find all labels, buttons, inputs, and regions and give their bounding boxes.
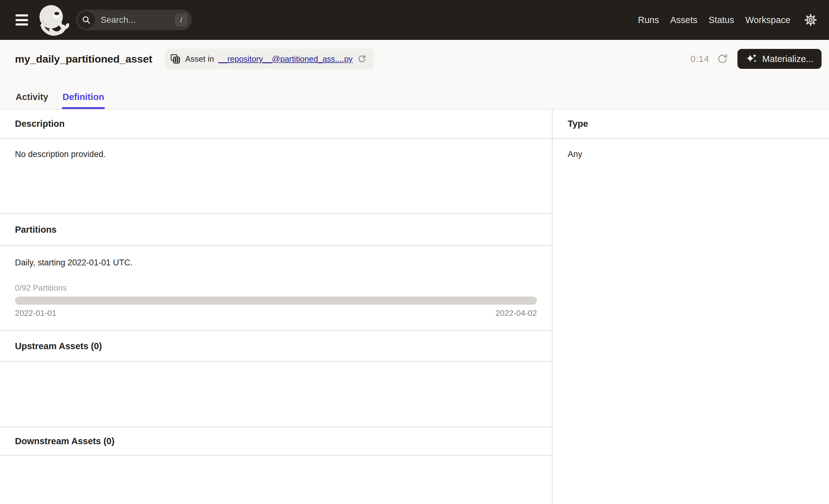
description-section-body: No description provided.: [0, 139, 552, 214]
refresh-icon: [716, 52, 729, 65]
refresh-button[interactable]: [716, 52, 729, 65]
partitions-title: Partitions: [15, 225, 57, 235]
top-navigation-bar: / Runs Assets Status Workspace: [0, 0, 829, 40]
upstream-assets-title: Upstream Assets (0): [15, 341, 102, 351]
sparkle-icon: [746, 52, 758, 65]
reload-repository-button[interactable]: [357, 54, 367, 64]
upstream-assets-section-body: [0, 362, 552, 427]
partitions-date-range: 2022-01-01 2022-04-02: [15, 309, 537, 318]
nav-item-status[interactable]: Status: [709, 15, 734, 25]
type-title: Type: [568, 119, 588, 129]
tab-activity[interactable]: Activity: [15, 92, 49, 109]
description-title: Description: [15, 119, 65, 129]
nav-item-workspace[interactable]: Workspace: [745, 15, 790, 25]
partitions-section-header: Partitions: [0, 214, 552, 246]
materialize-button[interactable]: Materialize...: [737, 49, 822, 69]
page-title: my_daily_partitioned_asset: [15, 53, 152, 65]
definition-right-column: Type Any: [553, 110, 829, 503]
search-icon: [77, 11, 95, 29]
partitions-progress-bar: [15, 296, 537, 304]
definition-left-column: Description No description provided. Par…: [0, 110, 553, 503]
nav-item-runs[interactable]: Runs: [638, 15, 659, 25]
reload-icon: [357, 54, 367, 64]
refresh-countdown: 0:14: [690, 54, 709, 64]
type-section-header: Type: [553, 110, 829, 139]
downstream-assets-section-header: Downstream Assets (0): [0, 427, 552, 456]
search-field[interactable]: [101, 15, 175, 25]
description-text: No description provided.: [15, 149, 537, 159]
partitions-summary: Daily, starting 2022-01-01 UTC.: [15, 258, 537, 267]
asset-tag-prefix: Asset in: [185, 54, 214, 64]
asset-location-tag: Asset in __repository__@partitioned_ass.…: [165, 48, 374, 69]
page-header: my_daily_partitioned_asset Asset in __re…: [0, 40, 829, 110]
upstream-assets-section-header: Upstream Assets (0): [0, 331, 552, 362]
type-value: Any: [568, 149, 814, 159]
repository-link[interactable]: __repository__@partitioned_ass....py: [218, 54, 353, 64]
top-nav-links: Runs Assets Status Workspace: [638, 15, 790, 25]
menu-icon[interactable]: [15, 14, 28, 26]
tab-definition[interactable]: Definition: [62, 92, 105, 109]
asset-tabs: Activity Definition: [15, 92, 822, 109]
materialize-button-label: Materialize...: [762, 54, 814, 64]
definition-content: Description No description provided. Par…: [0, 110, 829, 503]
dagster-logo[interactable]: [37, 4, 69, 36]
downstream-assets-title: Downstream Assets (0): [15, 436, 115, 446]
description-section-header: Description: [0, 110, 552, 139]
nav-item-assets[interactable]: Assets: [670, 15, 697, 25]
partitions-progress-label: 0/92 Partitions: [15, 283, 537, 293]
downstream-assets-section-body: [0, 456, 552, 503]
partitions-section-body: Daily, starting 2022-01-01 UTC. 0/92 Par…: [0, 246, 552, 331]
repository-icon: [170, 53, 181, 65]
partition-range-start: 2022-01-01: [15, 309, 57, 318]
search-shortcut-key: /: [175, 13, 187, 27]
gear-icon: [803, 13, 818, 27]
partition-range-end: 2022-04-02: [496, 309, 537, 318]
search-input[interactable]: /: [76, 10, 192, 30]
settings-button[interactable]: [803, 13, 818, 27]
type-section-body: Any: [553, 139, 829, 503]
